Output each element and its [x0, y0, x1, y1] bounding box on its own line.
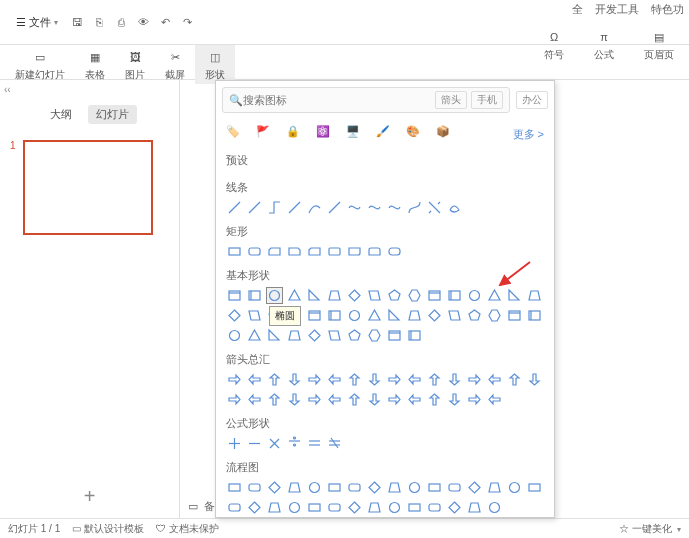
picture-button[interactable]: 🖼 图片	[115, 45, 155, 84]
flowchart-grid-shape-24[interactable]	[386, 499, 403, 516]
lines-grid-shape-4[interactable]	[306, 199, 323, 216]
basic-grid-shape-13[interactable]	[486, 287, 503, 304]
arrows-grid-shape-2[interactable]	[266, 371, 283, 388]
basic-grid-shape-7[interactable]	[366, 287, 383, 304]
rect-grid-shape-8[interactable]	[386, 243, 403, 260]
arrows-grid-shape-9[interactable]	[406, 371, 423, 388]
lines-grid-shape-3[interactable]	[286, 199, 303, 216]
flowchart-grid-shape-3[interactable]	[286, 479, 303, 496]
basic-grid-shape-23[interactable]	[366, 307, 383, 324]
flowchart-grid-shape-7[interactable]	[366, 479, 383, 496]
basic-grid-shape-17[interactable]	[246, 307, 263, 324]
basic-grid-shape-33[interactable]	[246, 327, 263, 344]
lines-grid-shape-0[interactable]	[226, 199, 243, 216]
rect-grid-shape-6[interactable]	[346, 243, 363, 260]
flowchart-grid-shape-22[interactable]	[346, 499, 363, 516]
flowchart-grid-shape-2[interactable]	[266, 479, 283, 496]
slide-thumbnail[interactable]	[23, 140, 153, 235]
flowchart-grid-shape-19[interactable]	[286, 499, 303, 516]
flowchart-grid-shape-18[interactable]	[266, 499, 283, 516]
preset-icon-4[interactable]: ⚛️	[316, 125, 334, 143]
save-icon[interactable]: 🖫	[70, 15, 84, 29]
tab-special[interactable]: 特色功	[651, 2, 684, 17]
rect-grid-shape-1[interactable]	[246, 243, 263, 260]
arrows-grid-shape-0[interactable]	[226, 371, 243, 388]
flowchart-grid-shape-9[interactable]	[406, 479, 423, 496]
flowchart-grid-shape-12[interactable]	[466, 479, 483, 496]
basic-grid-shape-2[interactable]: 椭圆	[266, 287, 283, 304]
basic-grid-shape-11[interactable]	[446, 287, 463, 304]
flowchart-grid-shape-10[interactable]	[426, 479, 443, 496]
preset-icon-3[interactable]: 🔒	[286, 125, 304, 143]
arrows-grid-shape-24[interactable]	[386, 391, 403, 408]
formula-grid-shape-3[interactable]	[286, 435, 303, 452]
basic-grid-shape-0[interactable]	[226, 287, 243, 304]
flowchart-grid-shape-20[interactable]	[306, 499, 323, 516]
arrows-grid-shape-16[interactable]	[226, 391, 243, 408]
arrows-grid-shape-3[interactable]	[286, 371, 303, 388]
tab-security[interactable]: 全	[572, 2, 583, 17]
lines-grid-shape-11[interactable]	[446, 199, 463, 216]
header-footer-button[interactable]: ▤ 页眉页	[634, 25, 684, 64]
basic-grid-shape-36[interactable]	[306, 327, 323, 344]
lines-grid-shape-6[interactable]	[346, 199, 363, 216]
formula-grid-shape-2[interactable]	[266, 435, 283, 452]
basic-grid-shape-9[interactable]	[406, 287, 423, 304]
flowchart-grid-shape-5[interactable]	[326, 479, 343, 496]
arrows-grid-shape-20[interactable]	[306, 391, 323, 408]
arrows-grid-shape-10[interactable]	[426, 371, 443, 388]
arrows-grid-shape-7[interactable]	[366, 371, 383, 388]
arrows-grid-shape-23[interactable]	[366, 391, 383, 408]
arrows-grid-shape-4[interactable]	[306, 371, 323, 388]
basic-grid-shape-6[interactable]	[346, 287, 363, 304]
lines-grid-shape-10[interactable]	[426, 199, 443, 216]
formula-button[interactable]: π 公式	[584, 25, 624, 64]
basic-grid-shape-5[interactable]	[326, 287, 343, 304]
basic-grid-shape-32[interactable]	[226, 327, 243, 344]
basic-grid-shape-3[interactable]	[286, 287, 303, 304]
add-slide-button[interactable]: +	[0, 475, 179, 518]
lines-grid-shape-2[interactable]	[266, 199, 283, 216]
arrows-grid-shape-21[interactable]	[326, 391, 343, 408]
tag-arrow[interactable]: 箭头	[435, 91, 467, 109]
flowchart-grid-shape-1[interactable]	[246, 479, 263, 496]
rect-grid-shape-3[interactable]	[286, 243, 303, 260]
arrows-grid-shape-8[interactable]	[386, 371, 403, 388]
basic-grid-shape-26[interactable]	[426, 307, 443, 324]
arrows-grid-shape-26[interactable]	[426, 391, 443, 408]
arrows-grid-shape-28[interactable]	[466, 391, 483, 408]
undo-icon[interactable]: ↶	[158, 15, 172, 29]
flowchart-grid-shape-21[interactable]	[326, 499, 343, 516]
notes-icon[interactable]: ▭	[188, 500, 198, 513]
flowchart-grid-shape-23[interactable]	[366, 499, 383, 516]
file-menu-button[interactable]: ☰ 文件 ▾	[5, 12, 66, 33]
basic-grid-shape-14[interactable]	[506, 287, 523, 304]
preset-icon-7[interactable]: 🎨	[406, 125, 424, 143]
collapse-sidebar-icon[interactable]: ‹‹	[0, 80, 179, 99]
basic-grid-shape-40[interactable]	[386, 327, 403, 344]
basic-grid-shape-39[interactable]	[366, 327, 383, 344]
basic-grid-shape-4[interactable]	[306, 287, 323, 304]
flowchart-grid-shape-6[interactable]	[346, 479, 363, 496]
flowchart-grid-shape-14[interactable]	[506, 479, 523, 496]
arrows-grid-shape-15[interactable]	[526, 371, 543, 388]
arrows-grid-shape-25[interactable]	[406, 391, 423, 408]
basic-grid-shape-28[interactable]	[466, 307, 483, 324]
screenshot-button[interactable]: ✂ 截屏	[155, 45, 195, 84]
formula-grid-shape-0[interactable]	[226, 435, 243, 452]
basic-grid-shape-34[interactable]	[266, 327, 283, 344]
flowchart-grid-shape-17[interactable]	[246, 499, 263, 516]
lines-grid-shape-8[interactable]	[386, 199, 403, 216]
basic-grid-shape-29[interactable]	[486, 307, 503, 324]
flowchart-grid-shape-15[interactable]	[526, 479, 543, 496]
tag-office[interactable]: 办公	[516, 91, 548, 109]
preset-icon-2[interactable]: 🚩	[256, 125, 274, 143]
flowchart-grid-shape-27[interactable]	[446, 499, 463, 516]
basic-grid-shape-1[interactable]	[246, 287, 263, 304]
status-template[interactable]: ▭ 默认设计模板	[72, 522, 144, 536]
arrows-grid-shape-5[interactable]	[326, 371, 343, 388]
lines-grid-shape-9[interactable]	[406, 199, 423, 216]
basic-grid-shape-16[interactable]	[226, 307, 243, 324]
preview-icon[interactable]: 👁	[136, 15, 150, 29]
table-button[interactable]: ▦ 表格	[75, 45, 115, 84]
